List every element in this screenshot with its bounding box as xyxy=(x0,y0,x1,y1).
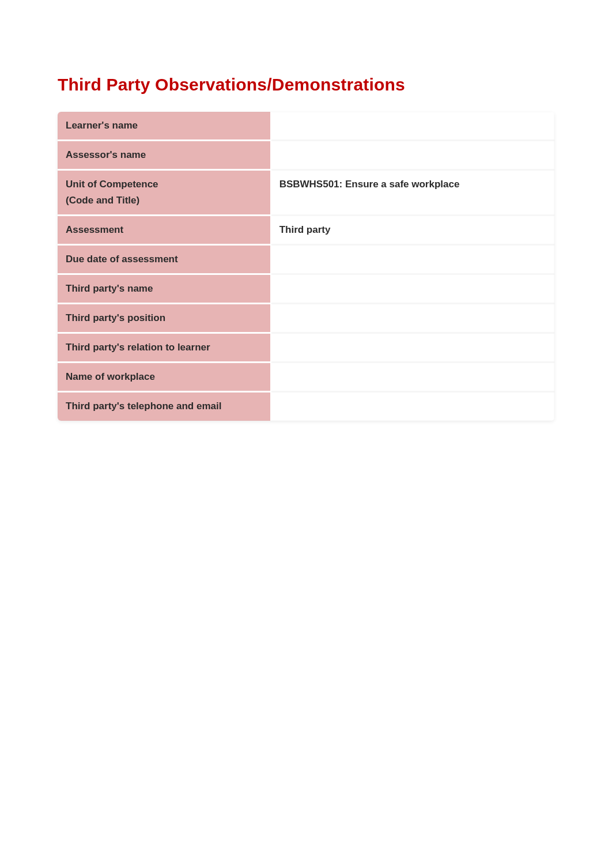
value-learners-name xyxy=(271,112,554,141)
table-row: Name of workplace xyxy=(58,363,554,393)
table-row: Third party's position xyxy=(58,304,554,334)
value-assessment: Third party xyxy=(271,216,554,246)
label-assessors-name: Assessor's name xyxy=(58,141,271,171)
value-third-party-name xyxy=(271,275,554,304)
table-row: Assessment Third party xyxy=(58,216,554,246)
value-third-party-position xyxy=(271,304,554,334)
table-row: Third party's name xyxy=(58,275,554,304)
label-assessment: Assessment xyxy=(58,216,271,246)
table-row: Learner's name xyxy=(58,112,554,141)
label-unit-of-competence: Unit of Competence(Code and Title) xyxy=(58,171,271,216)
table-row: Third party's telephone and email xyxy=(58,393,554,420)
label-learners-name: Learner's name xyxy=(58,112,271,141)
value-due-date xyxy=(271,246,554,275)
value-third-party-contact xyxy=(271,393,554,420)
form-table: Learner's name Assessor's name Unit of C… xyxy=(58,112,554,421)
table-row: Unit of Competence(Code and Title) BSBWH… xyxy=(58,171,554,216)
value-unit-of-competence: BSBWHS501: Ensure a safe workplace xyxy=(271,171,554,216)
label-third-party-contact: Third party's telephone and email xyxy=(58,393,271,420)
table-row: Due date of assessment xyxy=(58,246,554,275)
table-row: Third party's relation to learner xyxy=(58,334,554,363)
label-workplace-name: Name of workplace xyxy=(58,363,271,393)
value-workplace-name xyxy=(271,363,554,393)
page-title: Third Party Observations/Demonstrations xyxy=(58,75,554,95)
label-due-date: Due date of assessment xyxy=(58,246,271,275)
value-third-party-relation xyxy=(271,334,554,363)
table-row: Assessor's name xyxy=(58,141,554,171)
label-third-party-position: Third party's position xyxy=(58,304,271,334)
form-table-wrapper: Learner's name Assessor's name Unit of C… xyxy=(58,112,554,421)
label-third-party-relation: Third party's relation to learner xyxy=(58,334,271,363)
label-third-party-name: Third party's name xyxy=(58,275,271,304)
value-assessors-name xyxy=(271,141,554,171)
